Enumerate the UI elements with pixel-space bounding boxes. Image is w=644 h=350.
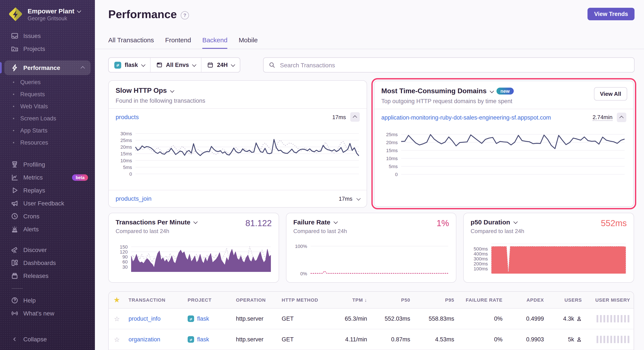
sidebar-item-label: Resources — [20, 139, 48, 146]
col-transaction[interactable]: TRANSACTION — [125, 297, 184, 302]
chevron-down-icon — [77, 9, 81, 13]
slow-http-ops-title[interactable]: Slow HTTP Ops — [116, 87, 360, 95]
transaction-link-products[interactable]: products — [116, 114, 139, 120]
table-header-row: ★ TRANSACTION PROJECT OPERATION HTTP MET… — [109, 292, 634, 308]
sidebar-item-app-starts[interactable]: App Starts — [0, 124, 95, 136]
flask-project-icon — [114, 62, 121, 68]
sidebar-collapse-button[interactable]: Collapse — [0, 333, 95, 346]
broadcast-icon — [10, 309, 18, 317]
transactions-table: ★ TRANSACTION PROJECT OPERATION HTTP MET… — [108, 291, 634, 350]
org-switcher[interactable]: Empower Plant George Gritsouk — [0, 0, 95, 26]
failure-rate-title[interactable]: Failure Rate — [293, 218, 449, 226]
col-tpm-sorted[interactable]: TPM ↓ — [326, 297, 370, 302]
tab-all-transactions[interactable]: All Transactions — [108, 36, 154, 49]
sidebar-item-requests[interactable]: Requests — [0, 88, 95, 100]
transaction-link[interactable]: organization — [128, 336, 160, 343]
sidebar-item-web-vitals[interactable]: Web Vitals — [0, 100, 95, 112]
tpm-cell: 4.11/min — [326, 336, 370, 343]
sidebar-item-profiling[interactable]: Profiling — [0, 158, 95, 171]
chevron-down-icon — [231, 63, 235, 67]
p95-cell: 4.53ms — [414, 336, 458, 343]
sort-desc-arrow-icon: ↓ — [364, 297, 367, 302]
highlight-border: Most Time-Consuming Domains new Top outg… — [372, 78, 636, 209]
chevron-up-icon — [353, 115, 357, 120]
col-users[interactable]: USERS — [548, 297, 585, 302]
bullet-icon — [13, 93, 14, 95]
most-time-consuming-domains-panel: Most Time-Consuming Domains new Top outg… — [374, 81, 634, 207]
sidebar-item-projects[interactable]: Projects — [0, 42, 95, 55]
svg-text:0: 0 — [395, 172, 398, 177]
chevron-down-icon — [170, 88, 174, 93]
failure-rate-subtitle: Compared to last 24h — [293, 228, 449, 234]
p50-cell: 552.03ms — [370, 315, 414, 322]
transaction-link[interactable]: product_info — [128, 315, 161, 322]
project-filter-dropdown[interactable]: flask — [109, 58, 150, 72]
transaction-link-products-join[interactable]: products_join — [116, 195, 152, 202]
sidebar-item-releases[interactable]: Releases — [0, 269, 95, 282]
help-tooltip-icon[interactable]: ? — [181, 11, 189, 19]
col-p50[interactable]: P50 — [370, 297, 414, 302]
sidebar-item-issues[interactable]: Issues — [0, 29, 95, 42]
failure-rate-value: 1% — [436, 218, 449, 228]
p50-duration-panel: p50 Duration Compared to last 24h 552ms … — [463, 213, 634, 283]
sidebar-item-dashboards[interactable]: Dashboards — [0, 256, 95, 269]
svg-text:100%: 100% — [295, 244, 307, 249]
sidebar-item-help[interactable]: Help — [0, 294, 95, 307]
filter-bar: flask All Envs 24H — [108, 57, 240, 73]
sidebar-item-discover[interactable]: Discover — [0, 243, 95, 256]
col-failure-rate[interactable]: FAILURE RATE — [458, 297, 506, 302]
collapse-row-button[interactable] — [617, 113, 626, 122]
view-trends-button[interactable]: View Trends — [588, 8, 634, 20]
profiling-icon — [10, 160, 18, 169]
collapse-chevron-left-icon — [10, 335, 18, 343]
domains-title[interactable]: Most Time-Consuming Domains new — [381, 87, 626, 95]
project-link[interactable]: flask — [197, 315, 209, 322]
domain-link[interactable]: application-monitoring-ruby-dot-sales-en… — [381, 114, 551, 121]
sidebar-item-alerts[interactable]: Alerts — [0, 223, 95, 236]
environment-filter-dropdown[interactable]: All Envs — [150, 58, 201, 72]
svg-text:25ms: 25ms — [386, 132, 398, 137]
tab-mobile[interactable]: Mobile — [239, 36, 258, 49]
calendar-icon — [207, 62, 214, 68]
tab-backend[interactable]: Backend — [202, 36, 228, 49]
chevron-down-icon — [194, 220, 198, 224]
sidebar-item-user-feedback[interactable]: User Feedback — [0, 197, 95, 210]
sidebar-item-whats-new[interactable]: What's new — [0, 307, 95, 320]
col-apdex[interactable]: APDEX — [506, 297, 548, 302]
tab-frontend[interactable]: Frontend — [165, 36, 191, 49]
table-row: ☆ product_info flask http.server GET 65.… — [109, 308, 634, 329]
view-all-button[interactable]: View All — [594, 87, 627, 101]
sidebar-item-screen-loads[interactable]: Screen Loads — [0, 112, 95, 124]
sidebar-item-label: Performance — [23, 64, 60, 71]
failure-rate-chart: 100%0% — [293, 242, 450, 277]
sidebar-item-queries[interactable]: Queries — [0, 76, 95, 88]
date-range-value: 24H — [217, 62, 228, 68]
collapse-row-button[interactable] — [350, 112, 360, 122]
sidebar-item-performance[interactable]: Performance — [4, 61, 90, 75]
sidebar-item-label: Web Vitals — [20, 103, 48, 109]
star-header-icon[interactable]: ★ — [114, 296, 120, 304]
star-toggle-icon[interactable]: ☆ — [114, 315, 120, 322]
sidebar-item-replays[interactable]: Replays — [0, 184, 95, 197]
col-operation[interactable]: OPERATION — [232, 297, 278, 302]
bullet-icon — [13, 118, 14, 119]
col-p95[interactable]: P95 — [414, 297, 458, 302]
tpm-chart: 150120906030 — [116, 242, 272, 277]
col-http-method[interactable]: HTTP METHOD — [278, 297, 326, 302]
sidebar-item-resources[interactable]: Resources — [0, 136, 95, 148]
sidebar-item-metrics[interactable]: Metrics beta — [0, 171, 95, 184]
chevron-down-icon[interactable] — [356, 196, 361, 200]
star-toggle-icon[interactable]: ☆ — [114, 335, 120, 343]
sidebar-item-crons[interactable]: Crons — [0, 210, 95, 223]
project-link[interactable]: flask — [197, 336, 209, 343]
search-input[interactable] — [279, 61, 629, 69]
col-project[interactable]: PROJECT — [184, 297, 232, 302]
date-range-dropdown[interactable]: 24H — [201, 58, 240, 72]
sidebar-item-label: Issues — [23, 32, 41, 39]
sidebar-item-label: Requests — [20, 91, 45, 97]
svg-text:90: 90 — [122, 254, 128, 260]
svg-text:100ms: 100ms — [474, 266, 488, 271]
issues-icon — [10, 32, 18, 40]
replays-icon — [10, 186, 18, 194]
col-user-misery[interactable]: USER MISERY — [585, 297, 634, 302]
